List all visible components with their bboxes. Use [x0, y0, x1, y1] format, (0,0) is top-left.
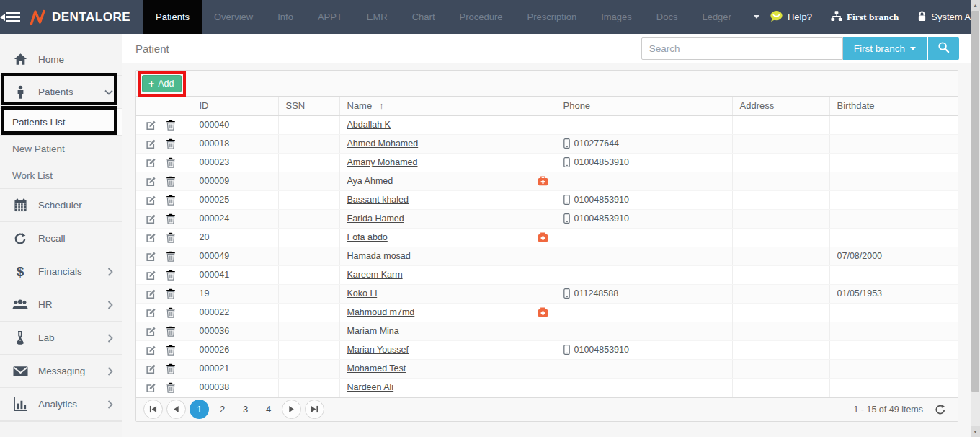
sidebar-item-analytics[interactable]: Analytics — [0, 388, 122, 421]
table-row[interactable]: 20 Fofa abdo — [136, 228, 958, 247]
branch-filter-button[interactable]: First branch — [843, 37, 927, 60]
edit-icon[interactable] — [146, 363, 156, 374]
patient-name-link[interactable]: Ahmed Mohamed — [347, 138, 419, 149]
sidebar-item-scheduler[interactable]: Scheduler — [0, 189, 122, 222]
sidebar-item-patients-list[interactable]: Patients List — [0, 109, 122, 136]
edit-icon[interactable] — [146, 195, 156, 206]
trash-icon[interactable] — [166, 176, 176, 187]
patient-name-link[interactable]: Kareem Karm — [347, 270, 403, 280]
sidebar-item-financials[interactable]: $ Financials — [0, 255, 122, 288]
patient-name-link[interactable]: Fofa abdo — [347, 232, 388, 242]
patient-name-link[interactable]: Bassant khaled — [347, 195, 409, 205]
tab-procedure[interactable]: Procedure — [447, 0, 515, 34]
patient-name-link[interactable]: Mohamed Test — [347, 363, 406, 374]
edit-icon[interactable] — [146, 288, 156, 299]
search-button[interactable] — [928, 37, 959, 60]
trash-icon[interactable] — [166, 382, 176, 393]
sidebar-item-messaging[interactable]: Messaging — [0, 355, 122, 388]
tab-emr[interactable]: EMR — [355, 0, 400, 34]
vertical-scrollbar[interactable]: ▲ ▼ — [971, 0, 980, 437]
edit-icon[interactable] — [146, 345, 156, 356]
edit-icon[interactable] — [146, 326, 156, 337]
table-row[interactable]: 000009 Aya Ahmed — [136, 172, 958, 190]
sidebar-item-work-list[interactable]: Work List — [0, 162, 122, 189]
table-row[interactable]: 000022 Mahmoud m7md — [136, 303, 958, 322]
table-row[interactable]: 000018 Ahmed Mohamed 010277644 — [136, 134, 958, 153]
table-row[interactable]: 000021 Mohamed Test — [136, 359, 958, 378]
help-link[interactable]: Help? — [770, 10, 812, 25]
scrollbar-thumb[interactable] — [971, 11, 979, 392]
page-number-2[interactable]: 2 — [213, 400, 232, 419]
table-row[interactable]: 000026 Marian Youssef 01004853910 — [136, 340, 958, 359]
tab-images[interactable]: Images — [589, 0, 644, 34]
edit-icon[interactable] — [146, 307, 156, 318]
brand[interactable]: DENTALORE — [20, 0, 143, 34]
table-row[interactable]: 000038 Nardeen Ali — [136, 378, 958, 397]
previous-page-button[interactable] — [166, 400, 186, 419]
column-header-name[interactable]: Name↑ — [339, 97, 556, 115]
sidebar-item-patients[interactable]: Patients — [0, 76, 122, 109]
page-number-1[interactable]: 1 — [190, 400, 209, 419]
patient-name-link[interactable]: Mariam Mina — [347, 326, 399, 336]
patient-name-link[interactable]: Marian Youssef — [347, 345, 409, 355]
patient-name-link[interactable]: Nardeen Ali — [347, 382, 394, 392]
tab-prescription[interactable]: Prescription — [515, 0, 589, 34]
sidebar-item-home[interactable]: Home — [0, 43, 122, 76]
last-page-button[interactable] — [305, 400, 324, 419]
trash-icon[interactable] — [166, 251, 176, 262]
trash-icon[interactable] — [166, 232, 176, 243]
trash-icon[interactable] — [166, 307, 176, 318]
scroll-up-button[interactable]: ▲ — [971, 0, 980, 11]
trash-icon[interactable] — [166, 270, 176, 281]
column-header-ssn[interactable]: SSN — [278, 97, 339, 115]
tab-docs[interactable]: Docs — [644, 0, 690, 34]
table-row[interactable]: 000036 Mariam Mina — [136, 322, 958, 340]
edit-icon[interactable] — [146, 120, 156, 131]
edit-icon[interactable] — [146, 232, 156, 243]
trash-icon[interactable] — [166, 195, 176, 206]
add-patient-button[interactable]: + Add — [142, 75, 182, 92]
sidebar-item-new-patient[interactable]: New Patient — [0, 136, 122, 162]
sidebar-item-hr[interactable]: HR — [0, 288, 122, 322]
trash-icon[interactable] — [166, 288, 176, 299]
edit-icon[interactable] — [146, 270, 156, 281]
tab-chart[interactable]: Chart — [400, 0, 447, 34]
trash-icon[interactable] — [166, 345, 176, 356]
sidebar-item-recall[interactable]: Recall — [0, 222, 122, 255]
table-row[interactable]: 000025 Bassant khaled 01004853910 — [136, 190, 958, 209]
patient-name-link[interactable]: Farida Hamed — [347, 213, 404, 224]
table-row[interactable]: 19 Koko Li 011248588 01/05/1953 — [136, 284, 958, 303]
edit-icon[interactable] — [146, 251, 156, 262]
column-header-phone[interactable]: Phone — [556, 97, 732, 115]
trash-icon[interactable] — [166, 157, 176, 168]
trash-icon[interactable] — [166, 138, 176, 149]
edit-icon[interactable] — [146, 382, 156, 393]
edit-icon[interactable] — [146, 176, 156, 187]
trash-icon[interactable] — [166, 363, 176, 374]
search-input[interactable] — [641, 37, 843, 60]
sidebar-collapse-button[interactable] — [0, 0, 20, 34]
patient-name-link[interactable]: Aya Ahmed — [347, 176, 393, 186]
tab-patients[interactable]: Patients — [143, 0, 202, 34]
table-row[interactable]: 000049 Hamada mosad 07/08/2000 — [136, 247, 958, 265]
patient-name-link[interactable]: Amany Mohamed — [347, 157, 418, 167]
tab-info[interactable]: Info — [265, 0, 306, 34]
table-row[interactable]: 000040 Abdallah K — [136, 115, 958, 134]
trash-icon[interactable] — [166, 213, 176, 224]
table-row[interactable]: 000041 Kareem Karm — [136, 265, 958, 284]
first-page-button[interactable] — [143, 400, 163, 419]
trash-icon[interactable] — [166, 120, 176, 131]
page-number-3[interactable]: 3 — [236, 400, 255, 419]
tab-appt[interactable]: APPT — [306, 0, 355, 34]
page-number-4[interactable]: 4 — [259, 400, 278, 419]
column-header-address[interactable]: Address — [732, 97, 829, 115]
trash-icon[interactable] — [166, 326, 176, 337]
tab-overview[interactable]: Overview — [202, 0, 265, 34]
edit-icon[interactable] — [146, 138, 156, 149]
patient-name-link[interactable]: Abdallah K — [347, 120, 391, 130]
patient-name-link[interactable]: Koko Li — [347, 288, 378, 299]
patient-name-link[interactable]: Hamada mosad — [347, 251, 411, 261]
table-row[interactable]: 000023 Amany Mohamed 01004853910 — [136, 153, 958, 172]
scroll-down-button[interactable]: ▼ — [971, 426, 980, 437]
next-page-button[interactable] — [282, 400, 301, 419]
